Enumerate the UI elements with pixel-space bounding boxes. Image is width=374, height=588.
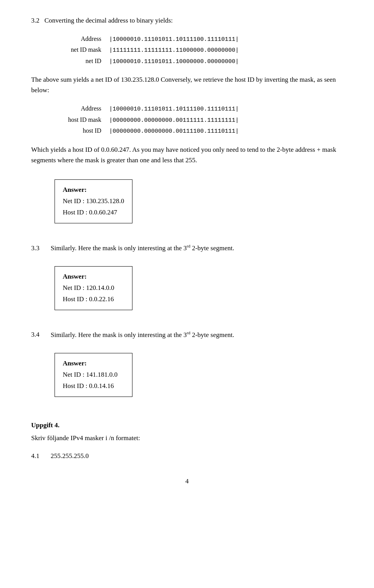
binary-table-2: Address |10000010.11101011.10111100.1111… — [55, 103, 343, 137]
answer-netid-32: Net ID : 130.235.128.0 — [63, 196, 124, 207]
page-number: 4 — [31, 476, 343, 486]
yields-text: Which yields a host ID of 0.0.60.247. As… — [31, 146, 336, 164]
label-netid-1: net ID — [55, 56, 109, 66]
value-hostid: |00000000.00000000.00111100.11110111| — [109, 126, 239, 137]
section-32-header: 3.2 Converting the decimal address to bi… — [31, 16, 343, 26]
section-33-number: 3.3 — [31, 243, 51, 253]
label-hostid-mask: host ID mask — [55, 114, 109, 125]
item-41-number: 4.1 — [31, 451, 51, 461]
answer-netid-34: Net ID : 141.181.0.0 — [63, 369, 124, 381]
middle-paragraph: The above sum yields a net ID of 130.235… — [31, 74, 343, 95]
answer-label-33: Answer: — [63, 271, 124, 283]
section-34-header: 3.4 Similarly. Here the mask is only int… — [31, 330, 343, 340]
answer-netid-33: Net ID : 120.14.0.0 — [63, 283, 124, 294]
label-address-1: Address — [55, 33, 109, 44]
answer-label-34: Answer: — [63, 358, 124, 369]
value-netid-mask-1: |11111111.11111111.11000000.00000000| — [109, 46, 239, 56]
binary-row: Address |10000010.11101011.10111100.1111… — [55, 33, 343, 45]
label-address-2: Address — [55, 103, 109, 114]
label-hostid: host ID — [55, 125, 109, 136]
section-34-text: Similarly. Here the mask is only interes… — [51, 330, 234, 340]
answer-hostid-32: Host ID : 0.0.60.247 — [63, 207, 124, 218]
section-33: 3.3 Similarly. Here the mask is only int… — [31, 243, 343, 318]
binary-row: Address |10000010.11101011.10111100.1111… — [55, 103, 343, 114]
uppgift-4-description: Skriv följande IPv4 masker i /n formatet… — [31, 433, 343, 443]
binary-table-1: Address |10000010.11101011.10111100.1111… — [55, 33, 343, 67]
value-hostid-mask: |00000000.00000000.00111111.11111111| — [109, 116, 239, 126]
binary-row: host ID mask |00000000.00000000.00111111… — [55, 114, 343, 126]
binary-row: net ID mask |11111111.11111111.11000000.… — [55, 44, 343, 56]
value-netid-1: |10000010.11101011.10000000.00000000| — [109, 57, 239, 67]
answer-hostid-33: Host ID : 0.0.22.16 — [63, 294, 124, 305]
value-address-2: |10000010.11101011.10111100.11110111| — [109, 104, 239, 114]
item-41: 4.1 255.255.255.0 — [31, 451, 343, 461]
section-32-title: 3.2 Converting the decimal address to bi… — [31, 16, 173, 26]
section-34: 3.4 Similarly. Here the mask is only int… — [31, 330, 343, 405]
answer-box-32: Answer: Net ID : 130.235.128.0 Host ID :… — [55, 179, 132, 223]
label-netid-mask-1: net ID mask — [55, 44, 109, 55]
section-33-header: 3.3 Similarly. Here the mask is only int… — [31, 243, 343, 253]
answer-box-34: Answer: Net ID : 141.181.0.0 Host ID : 0… — [55, 353, 132, 397]
answer-label-32: Answer: — [63, 184, 124, 196]
binary-row: host ID |00000000.00000000.00111100.1111… — [55, 125, 343, 137]
uppgift-4-header: Uppgift 4. — [31, 420, 343, 430]
section-33-text: Similarly. Here the mask is only interes… — [51, 243, 234, 253]
value-address-1: |10000010.11101011.10111100.11110111| — [109, 35, 239, 45]
yields-paragraph: Which yields a host ID of 0.0.60.247. As… — [31, 144, 343, 165]
answer-box-33: Answer: Net ID : 120.14.0.0 Host ID : 0.… — [55, 266, 132, 310]
uppgift-4: Uppgift 4. Skriv följande IPv4 masker i … — [31, 420, 343, 461]
section-34-number: 3.4 — [31, 330, 51, 340]
answer-hostid-34: Host ID : 0.0.14.16 — [63, 381, 124, 392]
middle-text: The above sum yields a net ID of 130.235… — [31, 76, 336, 94]
binary-row: net ID |10000010.11101011.10000000.00000… — [55, 56, 343, 67]
item-41-value: 255.255.255.0 — [51, 451, 89, 461]
